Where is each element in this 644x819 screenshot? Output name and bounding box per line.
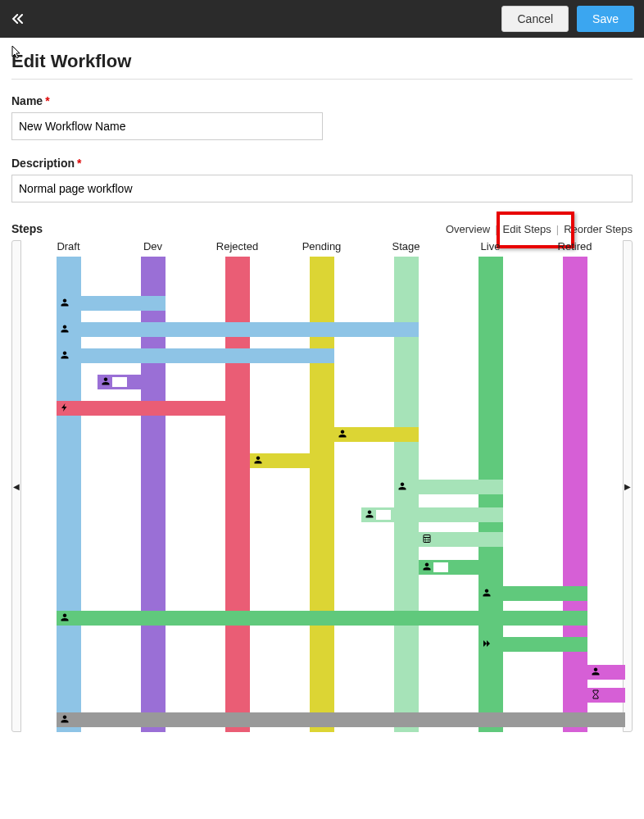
steps-heading: Steps [11, 222, 43, 235]
transition-bar[interactable] [98, 375, 166, 389]
column-label: Pending [279, 240, 364, 255]
person-icon [397, 481, 407, 494]
separator: | [495, 223, 497, 235]
save-button[interactable]: Save [577, 6, 634, 32]
column-label: Dev [111, 240, 195, 255]
transition-bar[interactable] [478, 637, 587, 652]
link-overview[interactable]: Overview [446, 223, 490, 235]
person-icon [422, 562, 432, 574]
link-reorder-steps[interactable]: Reorder Steps [564, 223, 633, 235]
transition-bar[interactable] [57, 401, 250, 416]
transition-bar[interactable] [394, 480, 503, 494]
transition-bar[interactable] [587, 688, 626, 703]
transition-bar[interactable] [361, 507, 503, 522]
transition-bar[interactable] [419, 560, 503, 575]
name-label: Name* [11, 94, 633, 107]
calc-icon [422, 534, 432, 546]
description-field[interactable] [11, 175, 633, 202]
back-button[interactable] [10, 11, 26, 27]
workflow-chart: ◀ DraftDevRejectedPendingStageLiveRetire… [11, 240, 633, 732]
transition-bar[interactable] [57, 348, 334, 363]
transition-bar[interactable] [419, 532, 503, 547]
column-label: Live [448, 240, 533, 255]
hourglass-icon [591, 689, 601, 702]
transition-bar[interactable] [57, 322, 419, 337]
skip-icon [482, 639, 492, 651]
transition-bar[interactable] [587, 665, 626, 680]
description-label: Description* [11, 157, 633, 170]
transition-bar[interactable] [478, 586, 587, 601]
person-icon [253, 455, 263, 467]
column-label: Rejected [195, 240, 279, 255]
transition-bar[interactable] [57, 712, 626, 727]
transition-tag [112, 377, 127, 387]
name-field[interactable] [11, 112, 323, 140]
column-label: Retired [533, 240, 617, 255]
transition-bar[interactable] [57, 296, 166, 311]
bolt-icon [60, 403, 70, 415]
transition-bar[interactable] [57, 611, 587, 626]
person-icon [60, 350, 70, 362]
scroll-right-button[interactable]: ▶ [623, 240, 633, 732]
person-icon [60, 612, 70, 625]
person-icon [60, 324, 70, 336]
transition-tag [376, 510, 391, 520]
link-edit-steps[interactable]: Edit Steps [503, 223, 551, 235]
column-label: Stage [364, 240, 448, 255]
person-icon [338, 429, 347, 441]
person-icon [101, 376, 111, 389]
scroll-left-button[interactable]: ◀ [11, 240, 21, 732]
person-icon [60, 298, 70, 310]
person-icon [365, 509, 374, 521]
cancel-button[interactable]: Cancel [501, 6, 569, 32]
person-icon [591, 667, 601, 679]
column-label: Draft [26, 240, 111, 255]
separator: | [556, 223, 559, 235]
transition-bar[interactable] [334, 427, 419, 442]
page-title: Edit Workflow [11, 51, 633, 72]
svg-rect-0 [424, 535, 430, 542]
person-icon [60, 714, 70, 726]
person-icon [482, 588, 492, 600]
divider [11, 79, 633, 80]
transition-tag [433, 562, 448, 572]
transition-bar[interactable] [250, 453, 334, 468]
